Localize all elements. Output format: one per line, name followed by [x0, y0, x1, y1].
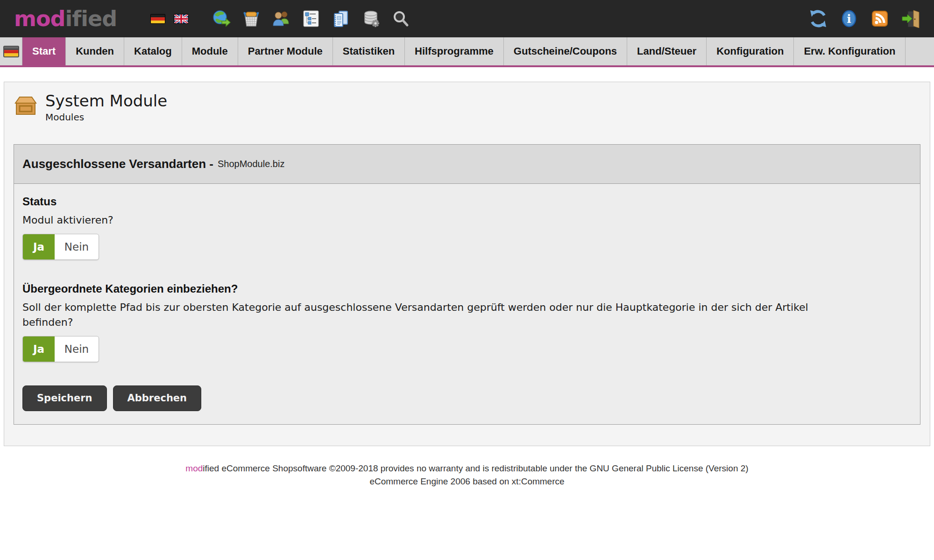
module-box-icon: [14, 93, 38, 117]
parent-categories-question: Soll der komplette Pfad bis zur obersten…: [22, 300, 858, 330]
tab-module[interactable]: Module: [182, 37, 238, 65]
tab-erw-konfiguration[interactable]: Erw. Konfiguration: [794, 37, 906, 65]
toggle-yes-button[interactable]: Ja: [23, 336, 55, 362]
orders-basket-icon[interactable]: [242, 9, 261, 28]
german-flag-icon[interactable]: [150, 14, 165, 24]
module-box-header: Ausgeschlossene Versandarten - ShopModul…: [14, 145, 920, 184]
topbar-right-icons: i: [809, 9, 920, 28]
form-actions: Speichern Abbrechen: [22, 385, 912, 411]
top-bar: modified i: [0, 0, 934, 37]
toggle-no-button[interactable]: Nein: [55, 336, 99, 362]
tab-start[interactable]: Start: [22, 37, 66, 65]
status-section: Status Modul aktivieren? Ja Nein: [22, 195, 912, 260]
logo-rest-text: ified: [65, 6, 117, 31]
parent-categories-section: Übergeordnete Kategorien einbeziehen? So…: [22, 282, 912, 362]
footer-engine-line: eCommerce Engine 2006 based on xt:Commer…: [0, 475, 934, 489]
footer-license-text: ified eCommerce Shopsoftware ©2009-2018 …: [203, 463, 748, 473]
tab-land-steuer[interactable]: Land/Steuer: [627, 37, 707, 65]
modified-logo[interactable]: modified: [14, 6, 117, 31]
uk-flag-icon[interactable]: [174, 14, 189, 24]
parent-categories-toggle: Ja Nein: [22, 336, 99, 362]
footer-mod-text: mod: [185, 463, 203, 473]
module-settings-box: Ausgeschlossene Versandarten - ShopModul…: [14, 144, 920, 425]
svg-text:i: i: [847, 12, 851, 26]
tab-kunden[interactable]: Kunden: [66, 37, 124, 65]
language-flags: [150, 14, 189, 24]
main-navigation: Start Kunden Katalog Module Partner Modu…: [0, 37, 934, 67]
tab-konfiguration[interactable]: Konfiguration: [707, 37, 794, 65]
footer-license-line: modified eCommerce Shopsoftware ©2009-20…: [0, 462, 934, 476]
module-box-title: Ausgeschlossene Versandarten -: [22, 157, 213, 171]
cancel-button[interactable]: Abbrechen: [113, 385, 202, 411]
refresh-icon[interactable]: [809, 9, 828, 28]
nav-language-flag[interactable]: [0, 37, 22, 65]
page-subtitle: Modules: [45, 112, 167, 123]
tab-partner-module[interactable]: Partner Module: [238, 37, 333, 65]
tab-katalog[interactable]: Katalog: [124, 37, 182, 65]
search-icon[interactable]: [391, 9, 410, 28]
save-button[interactable]: Speichern: [22, 385, 107, 411]
database-settings-icon[interactable]: [361, 9, 380, 28]
footer: modified eCommerce Shopsoftware ©2009-20…: [0, 462, 934, 507]
info-icon[interactable]: i: [840, 9, 858, 28]
topbar-icon-group: [212, 9, 410, 28]
shop-frontend-globe-icon[interactable]: [212, 9, 231, 28]
content-panel: System Module Modules Ausgeschlossene Ve…: [4, 82, 930, 446]
toggle-yes-button[interactable]: Ja: [23, 234, 55, 259]
rss-feed-icon[interactable]: [870, 9, 889, 28]
tab-gutscheine-coupons[interactable]: Gutscheine/Coupons: [504, 37, 627, 65]
customers-icon[interactable]: [272, 9, 290, 28]
page-title: System Module: [45, 91, 167, 110]
status-question: Modul aktivieren?: [22, 213, 858, 228]
categories-tree-icon[interactable]: [302, 9, 320, 28]
module-box-title-suffix: ShopModule.biz: [218, 159, 284, 169]
logout-door-icon[interactable]: [901, 9, 920, 28]
parent-categories-heading: Übergeordnete Kategorien einbeziehen?: [22, 282, 912, 295]
invoices-journal-icon[interactable]: [332, 9, 350, 28]
logo-mod-text: mod: [14, 6, 65, 31]
status-section-heading: Status: [22, 195, 912, 208]
module-active-toggle: Ja Nein: [22, 234, 99, 260]
tab-hilfsprogramme[interactable]: Hilfsprogramme: [405, 37, 504, 65]
german-flag-icon: [3, 46, 19, 57]
page-header: System Module Modules: [14, 91, 920, 123]
module-box-body: Status Modul aktivieren? Ja Nein Übergeo…: [14, 184, 920, 424]
tab-statistiken[interactable]: Statistiken: [333, 37, 405, 65]
toggle-no-button[interactable]: Nein: [55, 234, 99, 259]
